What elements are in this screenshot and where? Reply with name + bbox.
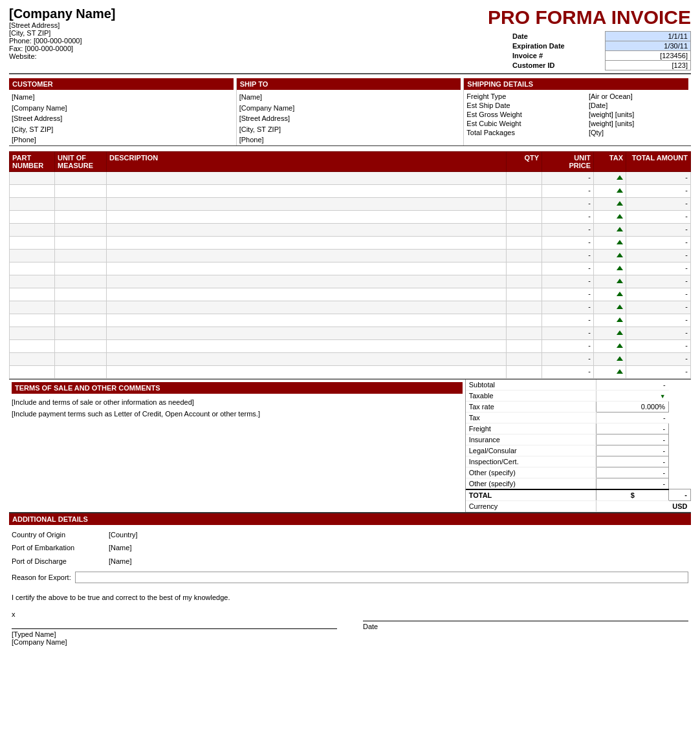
discharge-label: Port of Discharge: [12, 555, 109, 568]
date-label: Date: [510, 32, 605, 41]
table-row-cell: -: [626, 365, 691, 378]
table-row-cell: [507, 236, 542, 249]
table-row-cell: [10, 365, 55, 378]
table-row-cell: [507, 197, 542, 210]
table-row-cell: [107, 275, 507, 288]
table-row-cell: -: [626, 249, 691, 262]
table-row-cell: -: [626, 352, 691, 365]
table-row-cell: [10, 275, 55, 288]
table-row-cell: [107, 365, 507, 378]
terms-header: TERMS OF SALE AND OTHER COMMENTS: [12, 382, 463, 394]
table-row-cell: [55, 327, 107, 339]
freight-type-value: [Air or Ocean]: [586, 92, 688, 101]
table-row-cell: -: [542, 223, 594, 236]
est-gross-value: [weight] [units]: [586, 110, 688, 119]
reason-input[interactable]: [75, 572, 688, 583]
freight-type-label: Freight Type: [464, 92, 586, 101]
table-row-cell: -: [542, 210, 594, 223]
table-row-cell: [10, 184, 55, 197]
table-row-cell: [594, 339, 626, 352]
sig-block-right: Date: [363, 610, 688, 646]
discharge-value: [Name]: [109, 555, 225, 568]
table-row-cell: [10, 223, 55, 236]
taxable-label: Taxable: [466, 390, 596, 401]
additional-grid: Country of Origin [Country] Port of Emba…: [12, 529, 225, 568]
table-row: --: [10, 365, 691, 378]
table-row-cell: [55, 171, 107, 184]
table-row-cell: [10, 352, 55, 365]
info-section: CUSTOMER [Name] [Company Name] [Street A…: [9, 78, 691, 146]
table-row-cell: [107, 171, 507, 184]
th-description: DESCRIPTION: [107, 151, 507, 171]
table-row-cell: [55, 301, 107, 314]
table-row-cell: -: [542, 365, 594, 378]
shipping-table: Freight Type [Air or Ocean] Est Ship Dat…: [464, 92, 688, 137]
table-row-cell: [10, 249, 55, 262]
table-row-cell: -: [542, 339, 594, 352]
table-row-cell: [10, 339, 55, 352]
currency-label: Currency: [466, 500, 596, 511]
customer-col: CUSTOMER [Name] [Company Name] [Street A…: [9, 78, 237, 145]
other2-value: -: [596, 478, 669, 489]
signature-section: x [Typed Name] [Company Name] Date: [9, 608, 691, 648]
currency-value: USD: [596, 500, 691, 511]
table-row-cell: -: [542, 314, 594, 327]
table-row-cell: [594, 262, 626, 275]
table-row-cell: [10, 262, 55, 275]
comments-col: TERMS OF SALE AND OTHER COMMENTS [Includ…: [9, 380, 466, 512]
total-pkg-label: Total Packages: [464, 128, 586, 137]
additional-header: ADDITIONAL DETAILS: [9, 513, 691, 525]
table-row: --: [10, 314, 691, 327]
date-line: [363, 621, 688, 621]
embarkation-label: Port of Embarkation: [12, 542, 109, 554]
reason-label: Reason for Export:: [12, 573, 71, 581]
table-row-cell: [594, 352, 626, 365]
company-name: [Company Name]: [9, 6, 488, 21]
company-info: [Company Name] [Street Address] [City, S…: [9, 6, 488, 70]
table-row: --: [10, 352, 691, 365]
table-row-cell: -: [542, 184, 594, 197]
customer-address: [Street Address]: [9, 113, 234, 124]
total-dollar: $: [596, 489, 669, 501]
street-address: [Street Address]: [9, 21, 488, 29]
table-row-cell: [55, 236, 107, 249]
table-row-cell: -: [542, 171, 594, 184]
table-row-cell: [107, 184, 507, 197]
table-row-cell: [507, 301, 542, 314]
table-row-cell: -: [626, 223, 691, 236]
taxable-value: ▼: [596, 390, 669, 401]
ship-address: [Street Address]: [237, 113, 461, 124]
phone: Phone: [000-000-0000]: [9, 37, 488, 45]
table-row-cell: -: [542, 301, 594, 314]
other1-value: -: [596, 467, 669, 478]
table-row-cell: [10, 197, 55, 210]
th-unit-measure: UNIT OFMEASURE: [55, 151, 107, 171]
customer-header: CUSTOMER: [9, 78, 234, 90]
customer-id-value: [123]: [605, 61, 690, 70]
th-tax: TAX: [594, 151, 626, 171]
table-row-cell: -: [626, 275, 691, 288]
table-row-cell: [10, 314, 55, 327]
ship-name: [Name]: [237, 92, 461, 103]
customer-name: [Name]: [9, 92, 234, 103]
table-row-cell: -: [626, 197, 691, 210]
table-row-cell: [507, 184, 542, 197]
sig-block-left: x [Typed Name] [Company Name]: [12, 610, 337, 646]
customer-company: [Company Name]: [9, 103, 234, 114]
other1-label: Other (specify): [466, 467, 596, 478]
est-cubic-label: Est Cubic Weight: [464, 119, 586, 128]
table-row-cell: [107, 197, 507, 210]
certify-text: I certify the above to be true and corre…: [9, 591, 691, 608]
ship-to-header: SHIP TO: [237, 78, 461, 90]
website: Website:: [9, 52, 488, 60]
table-row-cell: [507, 352, 542, 365]
table-row-cell: [10, 288, 55, 301]
bottom-section: TERMS OF SALE AND OTHER COMMENTS [Includ…: [9, 379, 691, 512]
tax-rate-label: Tax rate: [466, 401, 596, 412]
inspection-value: -: [596, 456, 669, 467]
legal-value: -: [596, 445, 669, 456]
table-row-cell: [107, 352, 507, 365]
table-row-cell: -: [542, 249, 594, 262]
table-row-cell: [107, 210, 507, 223]
table-row: --: [10, 197, 691, 210]
